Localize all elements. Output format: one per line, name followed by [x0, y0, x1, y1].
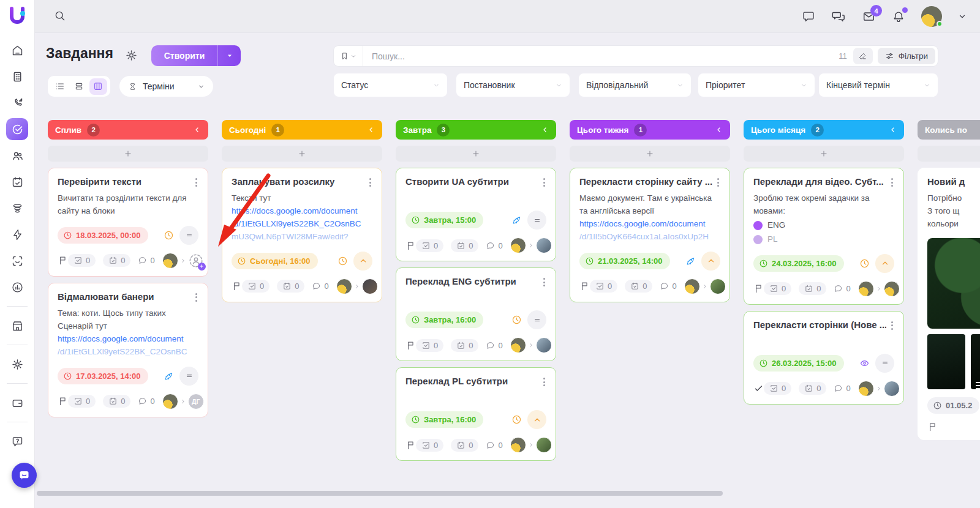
attachment-thumbnail[interactable]: [971, 334, 980, 389]
reminder-clock-icon[interactable]: [511, 414, 522, 425]
add-card-button[interactable]: [570, 146, 730, 162]
comments-count[interactable]: 0: [834, 284, 850, 293]
files-count[interactable]: 0: [625, 280, 652, 293]
avatar[interactable]: [510, 437, 526, 453]
board-settings-icon[interactable]: [125, 49, 138, 62]
task-card[interactable]: Перекласти сторінки (Нове ... 26.03.2025…: [744, 311, 904, 405]
link[interactable]: mU3QwLN6pTWI28MFaw/edit?: [232, 232, 349, 241]
rocket-icon[interactable]: [164, 371, 174, 381]
column-header[interactable]: Цього тижня 1: [570, 120, 730, 140]
attachment-image[interactable]: [927, 238, 980, 329]
files-count[interactable]: 0: [277, 280, 304, 293]
sidebar-item-analytics[interactable]: [6, 276, 28, 298]
flag-icon[interactable]: [405, 241, 416, 251]
priority-high-button[interactable]: [527, 410, 546, 429]
comments-count[interactable]: 0: [138, 256, 154, 265]
sidebar-item-team[interactable]: [6, 144, 28, 166]
task-card[interactable]: Перекласти сторінку сайту ... Маємо доку…: [570, 168, 730, 302]
priority-high-button[interactable]: [353, 252, 372, 271]
collapse-column-icon[interactable]: [889, 126, 897, 133]
priority-normal-button[interactable]: [179, 367, 198, 386]
avatar[interactable]: [510, 237, 526, 253]
collapse-column-icon[interactable]: [194, 126, 201, 133]
comments-count[interactable]: 0: [486, 341, 502, 350]
sidebar-item-tasks[interactable]: [6, 118, 28, 140]
add-card-button[interactable]: [396, 146, 556, 162]
checklist-count[interactable]: 0: [242, 280, 270, 293]
link[interactable]: https://docs.google.com/document: [232, 206, 358, 215]
chats-icon[interactable]: [831, 10, 846, 23]
link[interactable]: https://docs.google.com/document: [579, 219, 706, 228]
app-logo-icon[interactable]: [8, 6, 26, 26]
task-card[interactable]: Переклад PL субтитри Завтра, 16:00: [396, 367, 556, 461]
column-header[interactable]: Цього місяця 2: [744, 120, 904, 140]
comments-count[interactable]: 0: [486, 241, 502, 250]
link[interactable]: /d/1lI5bOyK664cux1aLaIos0xUp2H: [579, 232, 709, 241]
checklist-count[interactable]: 0: [590, 280, 617, 293]
done-check-icon[interactable]: [753, 383, 764, 394]
global-search-icon[interactable]: [54, 10, 66, 22]
files-count[interactable]: 0: [103, 254, 130, 267]
priority-high-button[interactable]: [701, 252, 720, 271]
card-menu-icon[interactable]: [886, 319, 894, 330]
checklist-count[interactable]: 0: [416, 239, 443, 252]
checklist-count[interactable]: 0: [68, 395, 96, 408]
comments-count[interactable]: 0: [138, 397, 154, 406]
comments-count[interactable]: 0: [834, 384, 850, 393]
files-count[interactable]: 0: [451, 239, 478, 252]
sidebar-item-help[interactable]: [6, 430, 28, 452]
card-menu-icon[interactable]: [538, 276, 546, 286]
link[interactable]: /d/1iEtGLLXl9yetS22BK_C2OsnBC: [232, 219, 361, 228]
sidebar-item-settings[interactable]: [6, 353, 28, 375]
user-avatar[interactable]: [921, 6, 942, 27]
sidebar-item-company[interactable]: [6, 65, 28, 88]
reminder-clock-icon[interactable]: [511, 315, 522, 325]
terms-selector[interactable]: Терміни: [119, 76, 213, 97]
avatar[interactable]: [684, 278, 700, 294]
task-card[interactable]: Переклади для відео. Субт... Зроблю теж …: [744, 168, 904, 305]
column-header[interactable]: Сьогодні 1: [222, 120, 382, 140]
saved-search-icon[interactable]: [334, 46, 363, 66]
profile-chevron-icon[interactable]: [958, 12, 967, 21]
add-assignee-button[interactable]: [188, 253, 204, 269]
checklist-count[interactable]: 0: [68, 254, 96, 267]
create-task-button[interactable]: Створити: [151, 45, 241, 66]
link[interactable]: /d/1iEtGLLXl9yetS22BK_C2OsnBC: [58, 347, 187, 356]
link[interactable]: https://docs.google.com/document: [58, 334, 184, 343]
avatar[interactable]: [162, 394, 178, 409]
avatar[interactable]: [510, 337, 526, 353]
files-count[interactable]: 0: [103, 395, 130, 408]
filter-priority[interactable]: Пріоритет: [698, 73, 815, 97]
rocket-icon[interactable]: [511, 215, 522, 225]
avatar[interactable]: [362, 278, 378, 294]
search-input[interactable]: [363, 51, 839, 61]
avatar-initials[interactable]: ДГ: [188, 394, 204, 409]
sidebar-item-funnel[interactable]: [6, 197, 28, 219]
flag-icon[interactable]: [579, 281, 590, 291]
checklist-count[interactable]: 0: [764, 382, 791, 395]
avatar[interactable]: [884, 281, 900, 297]
reminder-clock-icon[interactable]: [337, 256, 348, 266]
sidebar-item-automation[interactable]: [6, 223, 28, 245]
comments-icon[interactable]: [802, 10, 815, 23]
column-header[interactable]: Сплив 2: [48, 120, 208, 140]
collapse-column-icon[interactable]: [368, 126, 375, 133]
avatar[interactable]: [710, 278, 726, 294]
sidebar-item-calls[interactable]: [6, 92, 28, 114]
add-card-button[interactable]: [222, 146, 382, 162]
card-menu-icon[interactable]: [364, 176, 372, 187]
collapse-column-icon[interactable]: [541, 126, 549, 133]
reminder-clock-icon[interactable]: [859, 258, 870, 269]
filter-author[interactable]: Постановник: [456, 73, 570, 97]
card-menu-icon[interactable]: [538, 376, 546, 386]
flag-icon[interactable]: [232, 281, 242, 291]
avatar[interactable]: [162, 253, 178, 269]
column-header[interactable]: Завтра 3: [396, 120, 556, 140]
flag-icon[interactable]: [405, 340, 416, 351]
view-board-button[interactable]: [89, 78, 107, 95]
avatar[interactable]: [858, 281, 874, 297]
task-card[interactable]: Відмалювати банери Тема: коти. Щось типу…: [48, 283, 208, 417]
watch-eye-icon[interactable]: [859, 358, 870, 368]
clear-search-icon[interactable]: [853, 48, 873, 64]
sidebar-item-calendar[interactable]: [6, 171, 28, 193]
